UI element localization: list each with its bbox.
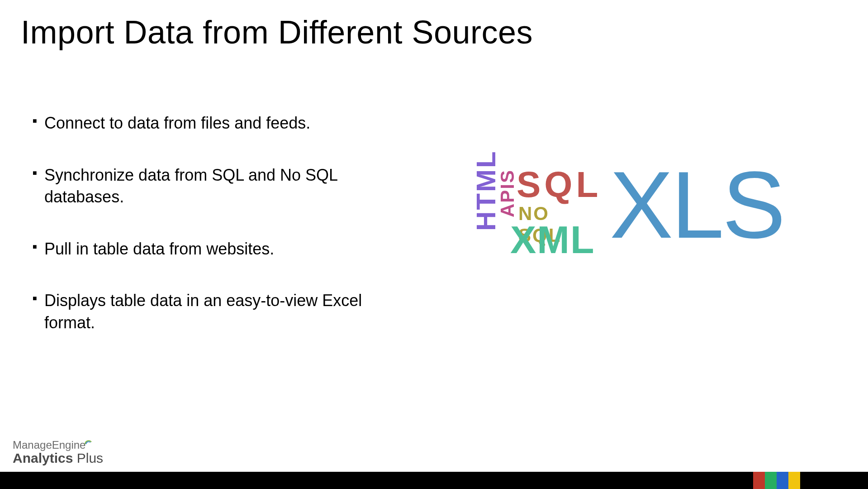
bullet-item: Displays table data in an easy-to-view E…: [33, 290, 399, 334]
slide-title: Import Data from Different Sources: [21, 14, 533, 51]
wordcloud-xls: XLS: [610, 150, 784, 260]
footer-color-strips: [753, 472, 800, 489]
footer-strip-green: [765, 472, 777, 489]
bullet-item: Pull in table data from websites.: [33, 238, 399, 260]
wordcloud-sql: SQL: [517, 164, 602, 206]
logo-line2: Analytics Plus: [13, 451, 103, 466]
bullet-list: Connect to data from files and feeds. Sy…: [33, 112, 399, 364]
footer-strip-yellow: [788, 472, 800, 489]
logo-text-plus: Plus: [73, 451, 103, 465]
footer-bar: [0, 472, 868, 489]
logo-text-manageengine: ManageEngine: [13, 439, 85, 451]
wordcloud-xml: XML: [510, 217, 595, 262]
bullet-item: Connect to data from files and feeds.: [33, 112, 399, 134]
brand-logo: ManageEngine Analytics Plus: [13, 435, 103, 466]
logo-line1: ManageEngine: [13, 435, 103, 451]
bullet-item: Synchronize data from SQL and No SQL dat…: [33, 164, 399, 208]
wordcloud-apis: APIS: [497, 169, 518, 217]
footer-strip-red: [753, 472, 765, 489]
footer-strip-blue: [777, 472, 788, 489]
slide: Import Data from Different Sources Conne…: [0, 0, 868, 489]
logo-text-analytics: Analytics: [13, 451, 73, 465]
logo-arc-icon: [85, 435, 92, 447]
